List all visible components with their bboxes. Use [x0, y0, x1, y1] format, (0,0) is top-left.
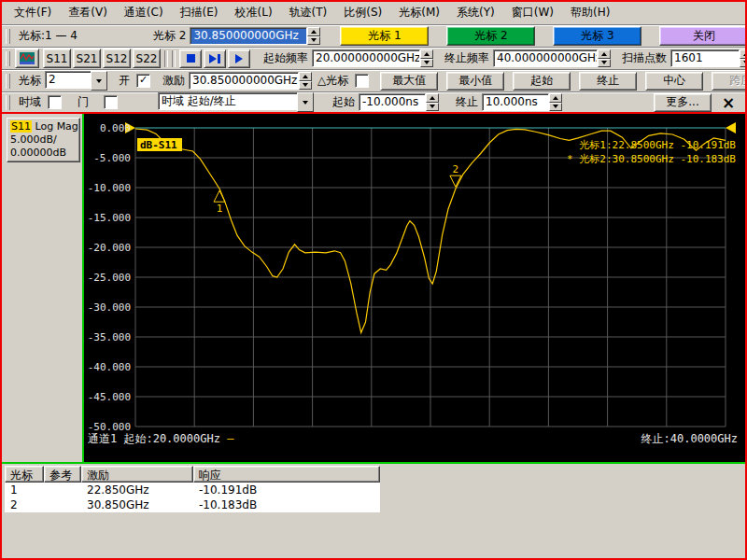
transform-stop-input[interactable]: 10.000ns [482, 93, 549, 111]
gate-label: 门 [78, 94, 89, 110]
time-domain-checkbox[interactable] [48, 95, 62, 109]
start-frequency-input[interactable]: 20.000000000GHz [312, 49, 420, 67]
menu-item-6[interactable]: 比例(S) [335, 3, 390, 22]
sweep-continuous-button[interactable] [228, 49, 250, 68]
sweep-points-input[interactable]: 1601 [670, 49, 740, 67]
start-frequency-label: 起始频率 [263, 50, 308, 66]
transform-stop-label: 终止 [456, 94, 478, 110]
chevron-down-icon[interactable] [91, 71, 107, 91]
marker-frequency-stepper[interactable] [307, 27, 320, 45]
sweep-hold-button[interactable] [179, 49, 202, 68]
gate-checkbox[interactable] [104, 95, 118, 109]
toolbar-grip[interactable] [6, 95, 10, 110]
marker-select-value: 2 [45, 71, 91, 89]
marker-frequency-input[interactable]: 30.850000000GHz [190, 27, 307, 45]
toolbar-grip[interactable] [6, 51, 10, 66]
y-axis-tick-label: -35.000 [88, 331, 131, 343]
close-toolbar-button[interactable]: × [717, 93, 740, 112]
marker-bar-button-3[interactable]: 关闭 [659, 26, 747, 46]
chevron-down-icon[interactable] [297, 92, 314, 112]
sweep-single-button[interactable] [204, 49, 226, 68]
sparam-button-s12[interactable]: S12 [103, 49, 131, 68]
time-domain-label: 时域 [19, 94, 41, 110]
marker-toolbar: 光标:1 — 4 光标 2 30.850000000GHz 光标 1光标 2光标… [2, 24, 745, 47]
sweep-points-stepper[interactable] [740, 49, 747, 67]
marker-table-col-header-1[interactable]: 参考 [44, 466, 81, 483]
stop-frequency-stepper[interactable] [598, 49, 611, 67]
single-sweep-icon-bar [218, 54, 220, 63]
y-axis-tick-label: -20.000 [88, 242, 131, 254]
delta-marker-checkbox[interactable] [355, 74, 369, 88]
more-button[interactable]: 更多... [654, 93, 712, 112]
marker-search-button-group: 最大值最小值起始终止中心跨度 [372, 72, 747, 91]
marker-table-col-header-2[interactable]: 激励 [81, 466, 193, 483]
marker-table-cell: -10.191dB [193, 483, 380, 497]
marker-table-body: 122.850GHz-10.191dB230.850GHz-10.183dB [5, 483, 380, 512]
trace-format: Log Mag [32, 120, 78, 133]
trace-reference: 0.00000dB [10, 147, 79, 160]
stimulus-toolbar: S11S21S12S22 起始频率 20.000000000GHz 终止频率 4… [2, 47, 745, 69]
marker-on-label: 开 [119, 73, 130, 89]
channel-start-annotation: 通道1 起始:20.0000GHz — [88, 432, 234, 445]
start-frequency-stepper[interactable] [420, 49, 433, 67]
menu-item-0[interactable]: 文件(F) [6, 3, 60, 22]
trace-display-icon-button[interactable] [15, 49, 39, 68]
plot-area[interactable]: 0.000-5.000-10.000-15.000-20.000-25.000-… [84, 114, 745, 462]
y-axis-tick-label: -25.000 [88, 272, 131, 284]
trace-scale: 5.000dB/ [10, 133, 79, 147]
marker-search-button-0[interactable]: 最大值 [380, 72, 438, 91]
menu-item-8[interactable]: 系统(Y) [448, 3, 503, 22]
transform-start-input[interactable]: -10.000ns [359, 93, 426, 111]
marker-bar-button-2[interactable]: 光标 3 [553, 26, 641, 46]
trace-title: dB-S11 [140, 139, 177, 151]
stop-frequency-input[interactable]: 40.000000000GHz [493, 49, 598, 67]
menu-item-5[interactable]: 轨迹(T) [281, 3, 336, 22]
marker-bar-button-0[interactable]: 光标 1 [340, 26, 429, 46]
marker-search-button-3[interactable]: 终止 [579, 72, 637, 91]
menu-item-4[interactable]: 校准(L) [227, 3, 281, 22]
marker-button-group: 光标 1光标 2光标 3关闭 [322, 26, 747, 46]
table-row[interactable]: 122.850GHz-10.191dB [5, 483, 380, 497]
stimulus-label: 激励 [162, 73, 185, 89]
sparam-button-s11[interactable]: S11 [43, 49, 71, 68]
y-axis-tick-label: -15.000 [88, 212, 131, 224]
menu-item-3[interactable]: 扫描(E) [172, 3, 227, 22]
menu-item-2[interactable]: 通道(C) [116, 3, 172, 22]
table-row[interactable]: 230.850GHz-10.183dB [5, 497, 380, 512]
menu-item-1[interactable]: 查看(V) [60, 3, 116, 22]
sweep-points-label: 扫描点数 [622, 50, 667, 66]
sparam-button-group: S11S21S12S22 [43, 49, 161, 68]
sparam-button-s21[interactable]: S21 [73, 49, 101, 68]
marker-readout-1: 光标1:22.8500GHz -10.191dB [579, 139, 736, 151]
toolbar-grip[interactable] [6, 29, 10, 44]
y-axis-tick-label: -10.000 [88, 182, 131, 194]
marker-bar-button-1[interactable]: 光标 2 [446, 26, 535, 46]
marker-select-combo[interactable]: 2 [45, 71, 107, 91]
menu-item-9[interactable]: 窗口(W) [503, 3, 562, 22]
marker-table-cell: 1 [5, 483, 44, 497]
transform-start-stepper[interactable] [426, 93, 439, 111]
transform-stop-stepper[interactable] [549, 93, 562, 111]
menu-item-7[interactable]: 光标(M) [390, 3, 448, 22]
marker-stimulus-input[interactable]: 30.850000000GHz [189, 72, 299, 90]
channel-window-bottom-border [2, 462, 745, 464]
marker-control-toolbar: 光标 2 开 ✓ 激励 30.850000000GHz △光标 最大值最小值起始… [2, 69, 745, 91]
marker-search-button-2[interactable]: 起始 [513, 72, 571, 91]
marker-table-col-header-3[interactable]: 响应 [193, 466, 380, 483]
marker-readout-2: * 光标2:30.8500GHz -10.183dB [567, 153, 736, 165]
trace-status-box[interactable]: S11 Log Mag 5.000dB/ 0.00000dB [7, 118, 80, 162]
marker-table-col-header-0[interactable]: 光标 [5, 466, 44, 483]
marker-table-cell: 2 [5, 497, 44, 512]
sparam-button-s22[interactable]: S22 [133, 49, 161, 68]
marker-search-button-4[interactable]: 中心 [645, 72, 703, 91]
transform-mode-value: 时域 起始/终止 [158, 92, 297, 110]
marker-table: 光标参考激励响应 122.850GHz-10.191dB230.850GHz-1… [5, 466, 380, 512]
transform-mode-combo[interactable]: 时域 起始/终止 [158, 92, 314, 112]
marker-search-button-5[interactable]: 跨度 [712, 72, 747, 91]
marker-stimulus-stepper[interactable] [299, 72, 312, 90]
marker-search-button-1[interactable]: 最小值 [446, 72, 504, 91]
marker-on-checkbox[interactable]: ✓ [136, 74, 150, 88]
continuous-sweep-icon [235, 54, 243, 63]
toolbar-grip[interactable] [6, 74, 10, 89]
menu-item-10[interactable]: 帮助(H) [562, 3, 618, 22]
